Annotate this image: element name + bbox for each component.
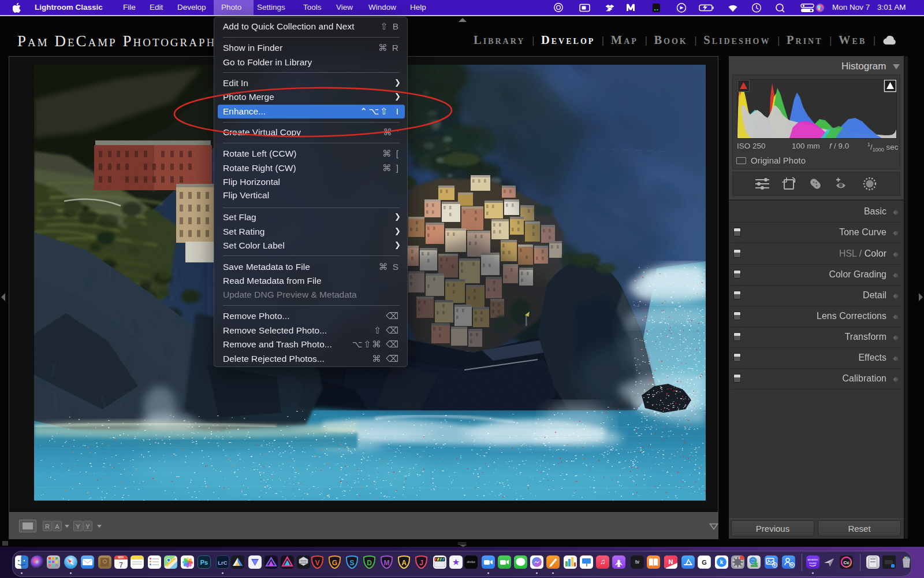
- svg-text:A: A: [401, 559, 407, 567]
- svg-text:V: V: [315, 559, 319, 567]
- svg-text:G: G: [332, 559, 337, 567]
- svg-text:Cc: Cc: [843, 560, 850, 565]
- svg-text:S: S: [349, 559, 354, 567]
- svg-text:J: J: [419, 559, 423, 567]
- svg-text:D: D: [367, 559, 372, 567]
- svg-text:M: M: [384, 559, 390, 567]
